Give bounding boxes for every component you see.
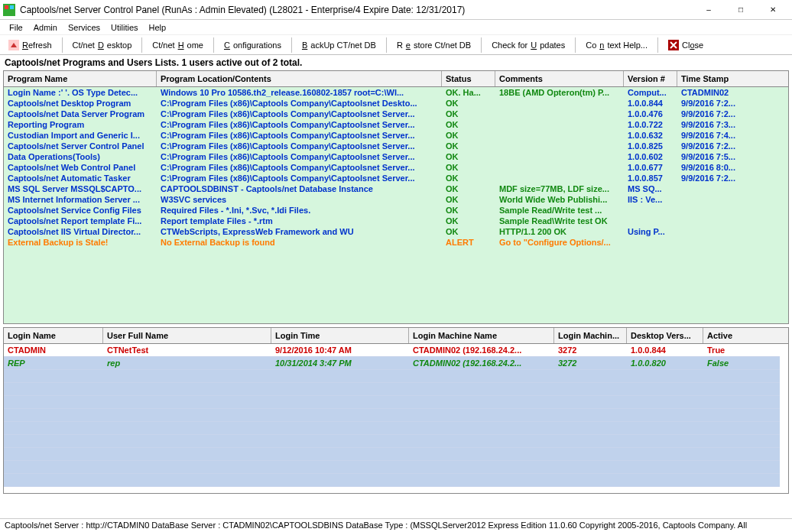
program-row[interactable]: MS SQL Server MSSQL$CAPTO...CAPTOOLSDBIN…	[4, 183, 788, 194]
close-window-button[interactable]: ✕	[757, 0, 789, 20]
desktop-button[interactable]: Ct/net Desktop	[67, 38, 138, 52]
user-row-empty	[4, 396, 788, 409]
user-row-empty	[4, 461, 788, 474]
refresh-button[interactable]: RRefreshefresh	[3, 37, 57, 53]
configurations-button[interactable]: Configurations	[219, 38, 287, 52]
titlebar: Captools/net Server Control Panel (RunAs…	[0, 0, 792, 20]
col-status[interactable]: Status	[442, 71, 495, 86]
programs-panel: Program Name Program Location/Contents S…	[3, 70, 789, 324]
user-row-empty	[4, 448, 788, 461]
programs-header: Program Name Program Location/Contents S…	[4, 71, 788, 87]
updates-button[interactable]: Check for Updates	[486, 38, 570, 52]
menu-help[interactable]: Help	[144, 22, 171, 33]
page-subtitle: Captools/net Programs and Users Lists. 1…	[0, 55, 792, 70]
user-row-empty	[4, 435, 788, 448]
context-help-button[interactable]: Context Help...	[580, 38, 653, 52]
program-row[interactable]: Captools/net Report template Fi...Report…	[4, 216, 788, 226]
program-row[interactable]: MS Internet Information Server ...W3SVC …	[4, 194, 788, 205]
col-comments[interactable]: Comments	[495, 71, 624, 86]
col-version[interactable]: Version #	[624, 71, 677, 86]
col-program-name[interactable]: Program Name	[4, 71, 157, 86]
program-row[interactable]: Login Name :' '. OS Type Detec...Windows…	[4, 87, 788, 98]
program-row[interactable]: Captools/net Server Control PanelC:\Prog…	[4, 141, 788, 151]
close-button[interactable]: Close	[663, 37, 709, 53]
restore-button[interactable]: Restore Ct/net DB	[391, 38, 476, 52]
toolbar-separator	[62, 37, 63, 53]
col-location[interactable]: Program Location/Contents	[157, 71, 442, 86]
refresh-icon	[8, 40, 19, 50]
program-row[interactable]: Captools/net Data Server ProgramC:\Progr…	[4, 109, 788, 119]
backup-button[interactable]: BackUp CT/net DB	[297, 38, 381, 52]
programs-body[interactable]: Login Name :' '. OS Type Detec...Windows…	[4, 87, 788, 323]
program-row[interactable]: Captools/net Web Control PanelC:\Program…	[4, 162, 788, 173]
window-title: Captools/net Server Control Panel (RunAs…	[20, 5, 693, 15]
col-machine-port[interactable]: Login Machin...	[554, 328, 627, 343]
col-login-name[interactable]: Login Name	[4, 328, 103, 343]
app-icon	[3, 4, 15, 16]
window-controls: – □ ✕	[693, 0, 789, 20]
svg-rect-1	[5, 5, 8, 9]
user-row-empty	[4, 370, 788, 383]
user-row-empty	[4, 383, 788, 396]
maximize-button[interactable]: □	[725, 0, 757, 20]
col-machine[interactable]: Login Machine Name	[409, 328, 554, 343]
toolbar: RRefreshefresh Ct/net Desktop Ct/net Hom…	[0, 35, 792, 55]
menu-admin[interactable]: Admin	[29, 22, 62, 33]
program-row[interactable]: Captools/net Desktop ProgramC:\Program F…	[4, 98, 788, 109]
svg-rect-2	[10, 5, 14, 9]
user-row[interactable]: REPrep10/31/2014 3:47 PMCTADMIN02 (192.1…	[4, 357, 788, 370]
program-row[interactable]: Data Operations(Tools)C:\Program Files (…	[4, 151, 788, 162]
program-row[interactable]: External Backup is Stale!No External Bac…	[4, 237, 788, 248]
program-row[interactable]: Custodian Import and Generic I...C:\Prog…	[4, 130, 788, 141]
home-button[interactable]: Ct/net Home	[147, 38, 209, 52]
users-panel: Login Name User Full Name Login Time Log…	[3, 327, 789, 494]
program-row[interactable]: Captools/net Service Config FilesRequire…	[4, 205, 788, 216]
col-active[interactable]: Active	[703, 328, 780, 343]
menu-file[interactable]: File	[5, 22, 28, 33]
col-full-name[interactable]: User Full Name	[103, 328, 271, 343]
close-icon	[668, 40, 679, 50]
user-row[interactable]: CTADMINCTNetTest9/12/2016 10:47 AMCTADMI…	[4, 344, 788, 357]
minimize-button[interactable]: –	[693, 0, 725, 20]
menubar: File Admin Services Utilities Help	[0, 20, 792, 35]
status-bar: Captools/net Server : http://CTADMIN0 Da…	[0, 518, 792, 532]
menu-utilities[interactable]: Utilities	[106, 22, 142, 33]
menu-services[interactable]: Services	[63, 22, 105, 33]
user-row-empty	[4, 422, 788, 435]
user-row-empty	[4, 409, 788, 422]
users-header: Login Name User Full Name Login Time Log…	[4, 328, 788, 344]
program-row[interactable]: Captools/net Automatic TaskerC:\Program …	[4, 173, 788, 183]
users-body[interactable]: CTADMINCTNetTest9/12/2016 10:47 AMCTADMI…	[4, 344, 788, 493]
program-row[interactable]: Captools/net IIS Virtual Director...CTWe…	[4, 226, 788, 237]
col-login-time[interactable]: Login Time	[271, 328, 409, 343]
user-row-empty	[4, 474, 788, 487]
col-desktop-ver[interactable]: Desktop Vers...	[627, 328, 703, 343]
program-row[interactable]: Reporting ProgramC:\Program Files (x86)\…	[4, 119, 788, 130]
col-timestamp[interactable]: Time Stamp	[677, 71, 769, 86]
